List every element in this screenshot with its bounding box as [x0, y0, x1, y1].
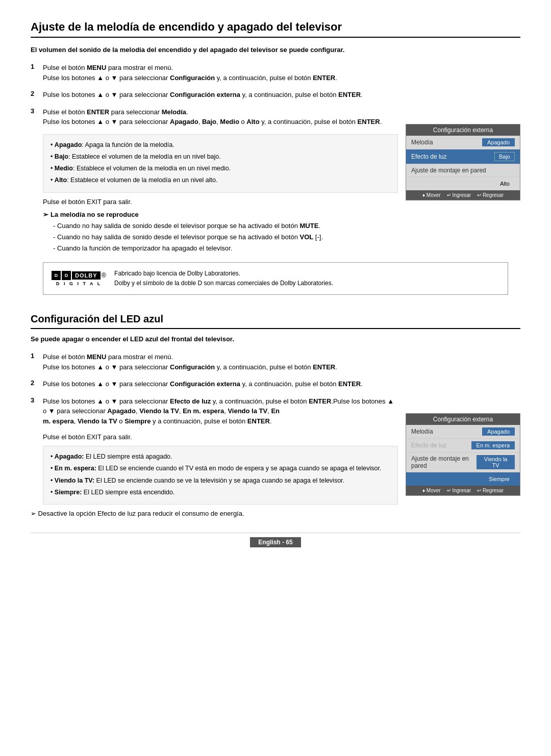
panel1-efecto-label: Efecto de luz — [411, 153, 446, 160]
panel2-melodia-label: Melodía — [411, 428, 433, 435]
panel2-title: Configuración externa — [406, 414, 520, 425]
panel2-ajuste-label: Ajuste de montaje en pared — [411, 455, 477, 469]
bullet2: • Bajo: Establece el volumen de la melod… — [51, 152, 390, 162]
step1-number: 1 — [31, 63, 39, 83]
step3-number: 3 — [31, 107, 39, 127]
panel2-efecto-label: Efecto de luz — [411, 442, 446, 449]
step1: 1 Pulse el botón MENU para mostrar el me… — [31, 63, 398, 83]
panel1-footer-enter: ↵ Ingresar — [447, 192, 471, 198]
section2-bullets: • Apagado: El LED siempre está apagado. … — [43, 446, 398, 505]
panel1-row-alto: Alto — [406, 177, 520, 190]
section1-intro: El volumen del sonido de la melodía del … — [31, 46, 520, 54]
bullet3: • Medio: Establece el volumen de la melo… — [51, 163, 390, 174]
step2: 2 Pulse los botones ▲ o ▼ para seleccion… — [31, 90, 398, 100]
section1: Ajuste de la melodía de encendido y apag… — [31, 20, 520, 295]
s2-bullet3: • Viendo la TV: El LED se enciende cuand… — [51, 475, 390, 486]
dolby-digital-label: D I G I T A L — [56, 281, 102, 286]
panel1-melodia-label: Melodía — [411, 139, 433, 146]
panel1-alto-value: Alto — [495, 180, 515, 188]
s2-step1-number: 1 — [31, 352, 39, 372]
bullet4: • Alto: Establece el volumen de la melod… — [51, 175, 390, 186]
menu-panel2: Configuración externa Melodía Apagado Ef… — [406, 352, 520, 496]
section2: Configuración del LED azul Se puede apag… — [31, 313, 520, 517]
panel2-footer-enter: ↵ Ingresar — [447, 488, 471, 493]
panel1-row-melodia: Melodía Apagado — [406, 136, 520, 149]
dolby-square-right: D — [62, 271, 71, 280]
panel2-row-efecto: Efecto de luz En m. espera — [406, 439, 520, 452]
panel2-footer-move: ♦ Mover — [422, 488, 441, 493]
dolby-brand: DOLBY — [72, 271, 101, 280]
s2-bullet2: • En m. espera: El LED se enciende cuand… — [51, 463, 390, 474]
section1-bullets: • Apagado: Apaga la función de la melodí… — [43, 134, 398, 193]
dolby-logo: D D DOLBY® D I G I T A L — [52, 271, 106, 286]
panel1-footer: ♦ Mover ↵ Ingresar ↩ Regresar — [406, 190, 520, 200]
note1-item1: Cuando no hay salida de sonido desde el … — [48, 220, 398, 232]
exit-note2: Pulse el botón EXIT para salir. — [43, 433, 398, 441]
panel2-footer-back: ↩ Regresar — [477, 488, 504, 493]
s2-step2-number: 2 — [31, 379, 39, 389]
step2-text: Pulse los botones ▲ o ▼ para seleccionar… — [43, 90, 398, 100]
bullet1: • Apagado: Apaga la función de la melodí… — [51, 140, 390, 150]
panel1-melodia-value: Apagado — [482, 138, 515, 146]
panel1-footer-back: ↩ Regresar — [477, 192, 504, 198]
menu-panel1: Configuración externa Melodía Apagado Ef… — [406, 63, 520, 200]
s2-step1: 1 Pulse el botón MENU para mostrar el me… — [31, 352, 398, 372]
panel1-title: Configuración externa — [406, 124, 520, 136]
dolby-square-left: D — [52, 271, 61, 280]
panel2-ajuste-value: Viendo la TV — [477, 455, 515, 469]
panel2-melodia-value: Apagado — [482, 427, 515, 436]
dolby-box: D D DOLBY® D I G I T A L Fabricado bajo … — [43, 262, 508, 295]
note1-title: La melodía no se reproduce — [43, 211, 398, 218]
panel1-footer-move: ♦ Mover — [422, 192, 441, 198]
footer-badge: English - 65 — [250, 537, 300, 547]
section2-title: Configuración del LED azul — [31, 313, 520, 329]
dolby-text: Fabricado bajo licencia de Dolby Laborat… — [114, 269, 333, 288]
panel2-row-melodia: Melodía Apagado — [406, 425, 520, 439]
s2-step2-text: Pulse los botones ▲ o ▼ para seleccionar… — [43, 379, 398, 389]
note1-list: Cuando no hay salida de sonido desde el … — [48, 220, 398, 254]
s2-step2: 2 Pulse los botones ▲ o ▼ para seleccion… — [31, 379, 398, 389]
panel2-siempre-value: Siempre — [484, 475, 515, 483]
panel2-row-ajuste: Ajuste de montaje en pared Viendo la TV — [406, 452, 520, 472]
s2-step3-text: Pulse los botones ▲ o ▼ para seleccionar… — [43, 396, 398, 426]
s2-bullet4: • Siempre: El LED siempre está encendido… — [51, 487, 390, 498]
note1-item3: Cuando la función de temporizador ha apa… — [48, 243, 398, 254]
panel1-efecto-value: Bajo — [494, 152, 515, 161]
panel2-row-siempre: Siempre — [406, 472, 520, 486]
note1-item2: Cuando no hay salida de sonido desde el … — [48, 232, 398, 243]
s2-step3-number: 3 — [31, 396, 39, 426]
step3-text: Pulse el botón ENTER para seleccionar Me… — [43, 107, 398, 127]
section2-intro: Se puede apagar o encender el LED azul d… — [31, 335, 520, 343]
step2-number: 2 — [31, 90, 39, 100]
dolby-line1: Fabricado bajo licencia de Dolby Laborat… — [114, 270, 240, 277]
s2-step1-text: Pulse el botón MENU para mostrar el menú… — [43, 352, 398, 372]
step1-text: Pulse el botón MENU para mostrar el menú… — [43, 63, 398, 83]
panel1-row-ajuste: Ajuste de montaje en pared — [406, 164, 520, 177]
s2-step3: 3 Pulse los botones ▲ o ▼ para seleccion… — [31, 396, 398, 426]
panel2-efecto-value: En m. espera — [471, 441, 515, 449]
page-footer: English - 65 — [31, 533, 520, 547]
exit-note1: Pulse el botón EXIT para salir. — [43, 198, 398, 206]
section2-final-note: ➢ Desactive la opción Efecto de luz para… — [31, 510, 398, 517]
panel1-ajuste-label: Ajuste de montaje en pared — [411, 167, 486, 174]
panel2-footer: ♦ Mover ↵ Ingresar ↩ Regresar — [406, 486, 520, 495]
dolby-line2: Dolby y el símbolo de la doble D son mar… — [114, 280, 333, 287]
s2-bullet1: • Apagado: El LED siempre está apagado. — [51, 451, 390, 462]
note-section1: La melodía no se reproduce Cuando no hay… — [43, 211, 398, 254]
step3: 3 Pulse el botón ENTER para seleccionar … — [31, 107, 398, 127]
panel1-row-efecto: Efecto de luz Bajo — [406, 149, 520, 164]
section1-title: Ajuste de la melodía de encendido y apag… — [31, 20, 520, 38]
